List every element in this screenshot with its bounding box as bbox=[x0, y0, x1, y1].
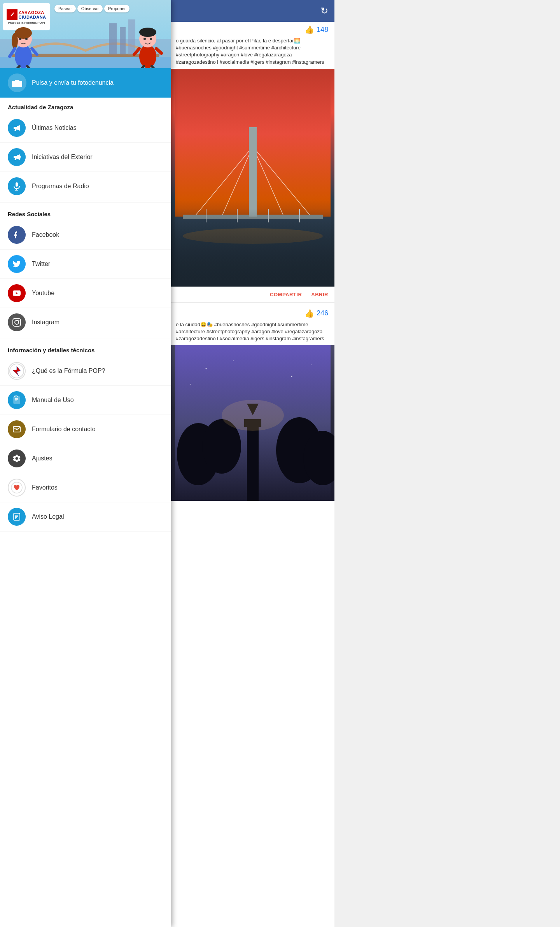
svg-point-24 bbox=[233, 360, 234, 361]
abrir-btn-1[interactable]: ABRIR bbox=[311, 292, 328, 297]
menu-label-ajustes: Ajustes bbox=[32, 455, 52, 462]
formula-icon bbox=[8, 362, 26, 380]
camera-button[interactable]: Pulsa y envía tu fotodenuncia bbox=[0, 68, 171, 98]
menu-label-iniciativas: Iniciativas del Exterior bbox=[32, 154, 93, 161]
menu-item-facebook[interactable]: Facebook bbox=[0, 220, 171, 250]
menu-item-iniciativas[interactable]: Iniciativas del Exterior bbox=[0, 143, 171, 172]
svg-line-43 bbox=[18, 66, 19, 68]
svg-point-62 bbox=[15, 320, 19, 324]
contact-icon bbox=[8, 420, 26, 438]
manual-icon bbox=[8, 391, 26, 409]
like-count-2: 246 bbox=[317, 309, 328, 317]
svg-point-26 bbox=[311, 364, 312, 365]
menu-item-twitter[interactable]: Twitter bbox=[0, 250, 171, 279]
facebook-icon bbox=[8, 226, 26, 244]
section-redes: Redes Sociales bbox=[0, 205, 171, 220]
post-actions-1: COMPARTIR ABRIR bbox=[171, 287, 334, 302]
svg-point-40 bbox=[25, 38, 28, 40]
bubble-proponer: Proponer bbox=[104, 5, 130, 12]
svg-rect-57 bbox=[14, 156, 17, 158]
post-text-1: o guarda silencio, al pasar por el Pilar… bbox=[171, 37, 334, 69]
divider-1 bbox=[0, 203, 171, 203]
menu-item-noticias[interactable]: Últimas Noticias bbox=[0, 114, 171, 143]
menu-label-favoritos: Favoritos bbox=[32, 484, 58, 491]
character-girl bbox=[8, 21, 39, 68]
svg-line-50 bbox=[134, 49, 139, 54]
svg-line-41 bbox=[10, 49, 15, 56]
menu-item-youtube[interactable]: Youtube bbox=[0, 279, 171, 308]
svg-point-47 bbox=[139, 28, 156, 37]
camera-label: Pulsa y envía tu fotodenuncia bbox=[32, 79, 114, 86]
like-count-1: 148 bbox=[317, 26, 328, 34]
post-card-1: 👍 148 o guarda silencio, al pasar por el… bbox=[171, 22, 334, 303]
menu-item-ajustes[interactable]: Ajustes bbox=[0, 444, 171, 473]
svg-point-63 bbox=[18, 320, 19, 321]
svg-line-53 bbox=[152, 66, 154, 68]
svg-point-49 bbox=[150, 38, 152, 40]
settings-icon bbox=[8, 450, 26, 467]
menu-item-favoritos[interactable]: Favoritos bbox=[0, 473, 171, 502]
menu-label-legal: Aviso Legal bbox=[32, 513, 64, 520]
svg-line-42 bbox=[32, 49, 37, 54]
character-boy bbox=[132, 21, 163, 68]
menu-label-twitter: Twitter bbox=[32, 261, 50, 268]
svg-rect-58 bbox=[16, 182, 18, 187]
post-stats-1: 👍 148 bbox=[171, 22, 334, 37]
microphone-icon bbox=[8, 177, 26, 195]
svg-point-70 bbox=[16, 429, 18, 430]
svg-rect-72 bbox=[14, 513, 20, 520]
post-card-2: 👍 246 e la ciudad😄🎭 #buenasnoches #goodn… bbox=[171, 306, 334, 502]
menu-label-contact: Formulario de contacto bbox=[32, 426, 96, 433]
like-icon-2: 👍 bbox=[304, 309, 314, 318]
post-image-dark bbox=[171, 345, 334, 501]
menu-item-radio[interactable]: Programas de Radio bbox=[0, 172, 171, 201]
drawer: ✓ ZARAGOZA CIUDADANA Practica la Fórmula… bbox=[0, 0, 171, 927]
menu-label-instagram: Instagram bbox=[32, 319, 60, 326]
svg-rect-65 bbox=[14, 397, 20, 404]
megaphone-icon-2 bbox=[8, 148, 26, 166]
svg-point-45 bbox=[139, 45, 156, 68]
menu-item-legal[interactable]: Aviso Legal bbox=[0, 502, 171, 532]
section-actualidad: Actualidad de Zaragoza bbox=[0, 98, 171, 114]
header-characters bbox=[0, 17, 171, 68]
like-icon-1: 👍 bbox=[304, 25, 314, 34]
svg-point-38 bbox=[12, 33, 18, 49]
menu-label-radio: Programas de Radio bbox=[32, 183, 89, 190]
svg-rect-7 bbox=[183, 215, 323, 219]
post-image-bridge bbox=[171, 69, 334, 287]
svg-point-22 bbox=[222, 400, 284, 431]
menu-label-formula: ¿Qué es la Fórmula POP? bbox=[32, 367, 105, 374]
svg-rect-8 bbox=[249, 127, 257, 217]
right-panel: ↻ 👍 148 o guarda silencio, al pasar por … bbox=[171, 0, 334, 927]
legal-icon bbox=[8, 508, 26, 526]
svg-rect-61 bbox=[13, 318, 21, 326]
heart-icon bbox=[8, 479, 26, 497]
svg-line-44 bbox=[27, 66, 29, 68]
logo-line1: ZARAGOZA bbox=[18, 10, 46, 15]
svg-point-39 bbox=[19, 38, 21, 40]
svg-point-27 bbox=[190, 384, 191, 385]
speech-bubbles: Pasear Observar Proponer bbox=[54, 5, 130, 12]
menu-item-formula[interactable]: ¿Qué es la Fórmula POP? bbox=[0, 357, 171, 386]
youtube-icon bbox=[8, 284, 26, 302]
svg-point-25 bbox=[291, 376, 292, 377]
menu-item-instagram[interactable]: Instagram bbox=[0, 308, 171, 337]
refresh-icon[interactable]: ↻ bbox=[320, 5, 328, 16]
megaphone-icon-1 bbox=[8, 119, 26, 137]
drawer-header: ✓ ZARAGOZA CIUDADANA Practica la Fórmula… bbox=[0, 0, 171, 68]
svg-point-23 bbox=[206, 368, 207, 369]
menu-label-youtube: Youtube bbox=[32, 290, 54, 297]
svg-line-51 bbox=[156, 49, 161, 53]
svg-line-52 bbox=[142, 66, 144, 68]
bubble-observar: Observar bbox=[77, 5, 103, 12]
camera-icon bbox=[8, 73, 26, 92]
menu-label-facebook: Facebook bbox=[32, 231, 59, 238]
svg-point-55 bbox=[16, 83, 18, 85]
menu-item-manual[interactable]: Manual de Uso bbox=[0, 386, 171, 415]
instagram-icon bbox=[8, 313, 26, 331]
svg-point-35 bbox=[15, 45, 32, 68]
compartir-btn-1[interactable]: COMPARTIR bbox=[270, 292, 302, 297]
menu-item-contact[interactable]: Formulario de contacto bbox=[0, 415, 171, 444]
svg-rect-56 bbox=[14, 127, 17, 129]
divider-2 bbox=[0, 339, 171, 339]
